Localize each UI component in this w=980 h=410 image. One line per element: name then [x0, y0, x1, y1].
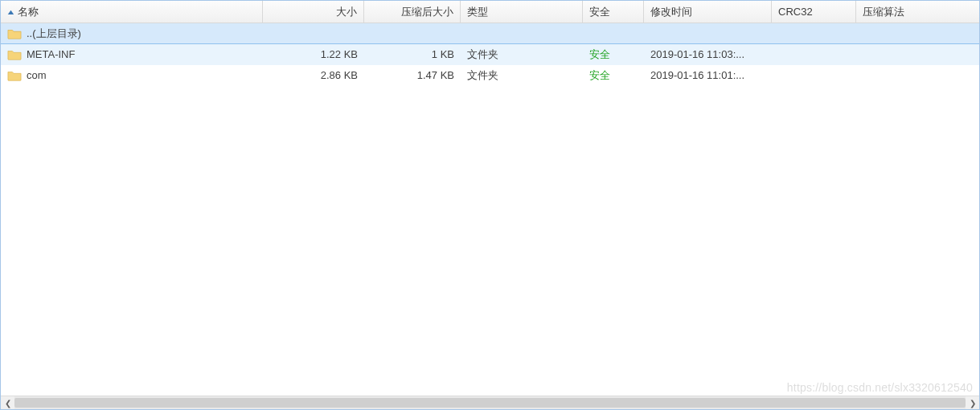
cell-name: ..(上层目录) — [1, 23, 263, 43]
header-crc32[interactable]: CRC32 — [772, 1, 856, 23]
cell-crc — [772, 23, 856, 43]
cell-type — [461, 23, 583, 43]
cell-algo — [856, 44, 979, 64]
scroll-right-button[interactable]: ❯ — [966, 396, 979, 409]
cell-name-text: com — [27, 69, 47, 81]
cell-mtime: 2019-01-16 11:03:... — [644, 44, 772, 64]
header-type-label: 类型 — [467, 5, 488, 19]
cell-name-text: ..(上层目录) — [27, 27, 81, 41]
header-safety[interactable]: 安全 — [583, 1, 644, 23]
cell-safe: 安全 — [583, 44, 644, 64]
column-headers: ▲ 名称 大小 压缩后大小 类型 安全 修改时间 CRC32 压缩算法 — [1, 1, 979, 23]
scroll-thumb[interactable] — [14, 398, 966, 408]
cell-crc — [772, 65, 856, 85]
folder-icon — [7, 69, 22, 82]
header-safe-label: 安全 — [589, 5, 610, 19]
cell-mtime: 2019-01-16 11:01:... — [644, 65, 772, 85]
scroll-track[interactable] — [14, 396, 966, 409]
chevron-right-icon: ❯ — [970, 399, 976, 408]
cell-algo — [856, 65, 979, 85]
folder-up-icon — [7, 27, 22, 40]
table-row[interactable]: com 2.86 KB 1.47 KB 文件夹 安全 2019-01-16 11… — [1, 65, 979, 86]
header-csize-label: 压缩后大小 — [401, 5, 453, 19]
table-row[interactable]: META-INF 1.22 KB 1 KB 文件夹 安全 2019-01-16 … — [1, 44, 979, 65]
header-compressed-size[interactable]: 压缩后大小 — [364, 1, 461, 23]
scroll-left-button[interactable]: ❮ — [1, 396, 14, 409]
cell-name: com — [1, 65, 263, 85]
header-mtime-label: 修改时间 — [650, 5, 692, 19]
header-mtime[interactable]: 修改时间 — [644, 1, 772, 23]
cell-type: 文件夹 — [461, 65, 583, 85]
cell-mtime — [644, 23, 772, 43]
header-size-label: 大小 — [336, 5, 357, 19]
watermark-text: https://blog.csdn.net/slx3320612540 — [787, 381, 973, 394]
archive-file-list-panel: ▲ 名称 大小 压缩后大小 类型 安全 修改时间 CRC32 压缩算法 — [0, 0, 980, 410]
cell-algo — [856, 23, 979, 43]
folder-icon — [7, 48, 22, 61]
chevron-left-icon: ❮ — [5, 399, 11, 408]
header-crc-label: CRC32 — [778, 6, 813, 18]
sort-asc-icon: ▲ — [6, 8, 15, 16]
header-type[interactable]: 类型 — [461, 1, 583, 23]
cell-size: 1.22 KB — [263, 44, 364, 64]
cell-name: META-INF — [1, 44, 263, 64]
cell-csize: 1.47 KB — [364, 65, 461, 85]
cell-crc — [772, 44, 856, 64]
header-name-label: 名称 — [18, 5, 39, 19]
horizontal-scrollbar[interactable]: ❮ ❯ — [1, 396, 979, 409]
file-list-body: ..(上层目录) META-INF 1.22 KB 1 KB 文件夹 安全 20… — [1, 23, 979, 396]
cell-safe — [583, 23, 644, 43]
cell-csize — [364, 23, 461, 43]
table-row[interactable]: ..(上层目录) — [1, 23, 979, 44]
header-name[interactable]: ▲ 名称 — [1, 1, 263, 23]
cell-type: 文件夹 — [461, 44, 583, 64]
cell-safe: 安全 — [583, 65, 644, 85]
cell-name-text: META-INF — [27, 48, 75, 60]
cell-size — [263, 23, 364, 43]
cell-csize: 1 KB — [364, 44, 461, 64]
cell-size: 2.86 KB — [263, 65, 364, 85]
header-algorithm[interactable]: 压缩算法 — [856, 1, 979, 23]
header-size[interactable]: 大小 — [263, 1, 364, 23]
header-algo-label: 压缩算法 — [863, 5, 904, 19]
